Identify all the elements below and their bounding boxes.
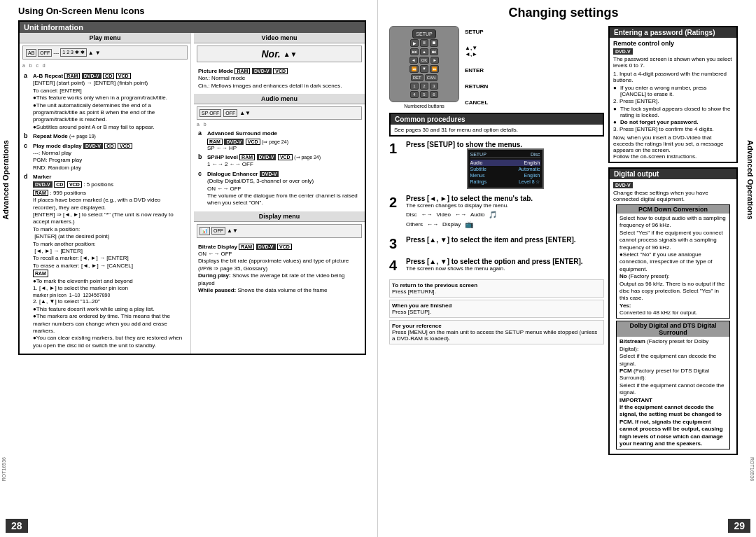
item-d: d Marker DVD-V CD VCD : 5 positions RAM …: [24, 173, 186, 349]
video-item-a-content: Picture Mode RAM DVD-V VCD Nor.: Normal …: [198, 67, 342, 90]
pw-bullet2-text: The lock symbol appears closed to show t…: [620, 106, 733, 118]
audio-a-label: a: [198, 130, 205, 152]
play-menu-content: a A-B Repeat RAM DVD-V CD VCD [ENTER] (s…: [20, 69, 190, 354]
pw-bullet1: ● If you enter a wrong number, press [CA…: [613, 85, 733, 97]
return-text: Press [RETURN].: [392, 288, 601, 295]
audio-icons-abc: a b: [194, 122, 365, 127]
item-c-text: ---: Normal playPGM: Program playRND: Ra…: [33, 150, 132, 172]
play-menu-icons: AB OFF --- 1 2 3 ✱ ✱ ▲ ▼: [22, 46, 188, 60]
audio-content: a Advanced Surround mode RAM DVD-V VCD (…: [194, 127, 365, 211]
step-2: 2 Press [◄, ►] to select the menu's tab.…: [389, 195, 604, 230]
item-a-content: A-B Repeat RAM DVD-V CD VCD [ENTER] (sta…: [33, 72, 186, 131]
item-b-title: Repeat Mode: [33, 133, 69, 139]
bitrate-title: Bitrate Display: [198, 244, 239, 250]
badge-vcd-a: VCD: [116, 73, 131, 79]
dialogue-title: Dialogue Enhancer: [207, 171, 260, 177]
play-btn: ▶: [410, 39, 419, 47]
audio-b-content: SP/HP level RAM DVD-V VCD (⇒ page 24) 1 …: [207, 153, 321, 169]
badge-vcd-sp: VCD: [278, 154, 293, 160]
rot-label-right: ROT16536: [750, 457, 755, 481]
play-menu-column: Play menu AB OFF --- 1 2 3 ✱ ✱ ▲ ▼ a b c…: [20, 33, 191, 354]
return-box: To return to the previous screen Press […: [389, 279, 604, 298]
pin-range: 1–10: [69, 292, 80, 298]
arrow2: ←→: [455, 211, 466, 218]
step-2-content: Press [◄, ►] to select the menu's tab. T…: [406, 195, 604, 230]
display-item-a: Bitrate Display RAM DVD-V VCD ON ←→ OFF …: [198, 243, 360, 295]
pw-note: Now, when you insert a DVD-Video that ex…: [613, 134, 733, 160]
while-paused-label: While paused:: [198, 287, 236, 293]
badge-ram-d: RAM: [33, 190, 48, 196]
unit-info-box: Unit information Play menu AB OFF --- 1 …: [18, 20, 366, 355]
sp-hp-text: 1 ←→ 2 ←→ OFF: [207, 161, 321, 168]
up-btn: ▲: [420, 48, 428, 55]
disc-label: Disc: [406, 211, 417, 218]
bullet-sym1: ●: [613, 85, 619, 97]
off-icon3: OFF: [211, 227, 225, 235]
ab-icon: AB: [26, 49, 36, 57]
rot-label-left: ROT16536: [1, 457, 6, 481]
numbered-buttons-label: Numbered buttons: [404, 104, 444, 109]
bitrate-text: ON ←→ OFF Displays the bit rate (approxi…: [198, 251, 360, 294]
bullet-sym3: ●: [613, 119, 619, 125]
finish-title: When you are finished: [392, 302, 601, 309]
arrow3: ←→: [427, 221, 438, 228]
screen-row-ratings: Ratings Level 8 ☆: [470, 179, 540, 186]
badge-vcd-c: VCD: [118, 143, 132, 149]
step-2-number: 2: [389, 195, 403, 230]
video-label: Video: [437, 211, 451, 218]
item-d-body: If places have been marked (e.g., with a…: [33, 197, 186, 349]
play-menu-title: Play menu: [20, 33, 190, 43]
return-label-text: RETURN: [465, 83, 488, 90]
screen-setup-label: SETUP: [470, 152, 486, 157]
pw-bullet3-text: Do not forget your password.: [620, 119, 699, 125]
left-page: Using On-Screen Menu Icons Unit informat…: [0, 0, 378, 537]
badge-ram-br: RAM: [239, 244, 254, 250]
unit-info-columns: Play menu AB OFF --- 1 2 3 ✱ ✱ ▲ ▼ a b c…: [20, 33, 365, 354]
during-play-label: During play:: [198, 272, 231, 279]
arrow-up-icon: ▲: [88, 50, 94, 56]
icons-abcde: a b c d: [20, 62, 190, 69]
pw-bullet3: ● Do not forget your password.: [613, 119, 733, 125]
adv-ops-label-right: Advanced Operations: [746, 140, 755, 220]
audio-val: English: [524, 160, 540, 165]
cancel-btn: CAN: [425, 74, 438, 81]
menus-val: English: [524, 173, 540, 178]
menus-label: Menus: [470, 173, 485, 178]
badge-cd-c: CD: [104, 143, 115, 149]
item-c-label: c: [24, 142, 31, 172]
disc-nav: Disc ←→ Video ←→ Audio 🎵: [406, 211, 604, 218]
pin-numbers: 1234567890: [83, 292, 110, 298]
password-box: Entering a password (Ratings) Remote con…: [608, 26, 738, 163]
badge-ram-sp: RAM: [239, 154, 255, 160]
step-3-number: 3: [389, 236, 403, 252]
step-4-number: 4: [389, 258, 403, 274]
common-title: Common procedures: [391, 114, 603, 125]
reference-box: For your reference Press [MENU] on the m…: [389, 320, 604, 344]
setup-screen: SETUP Disc Audio English Subtitle Automa…: [467, 148, 544, 189]
badge-dvdv-de: DVD-V: [260, 171, 279, 177]
badge-dvdv-br: DVD-V: [256, 244, 276, 250]
enter-btn: OK: [419, 57, 430, 64]
screen-disc-label: Disc: [531, 152, 540, 157]
step-4-note: The screen now shows the menu again.: [406, 265, 604, 272]
side-col: Entering a password (Ratings) Remote con…: [608, 26, 738, 530]
item-b-label: b: [24, 132, 31, 140]
audio-display: SP OFF OFF ▲▼: [197, 106, 362, 120]
item-d-label: d: [24, 173, 31, 349]
steps-section: 1 Press [SETUP] to show the menus. SETUP…: [389, 141, 604, 274]
pw-bullet1-text: If you enter a wrong number, press [CANC…: [620, 85, 733, 97]
item-c: c Play mode display DVD-V CD VCD ---: No…: [24, 142, 186, 172]
pw-step3: 3. Press [ENTER] to confirm the 4 digits…: [613, 126, 733, 132]
step-4-text: Press [▲, ▼] to select the option and pr…: [406, 258, 604, 265]
cancel-label-text: CANCEL: [465, 99, 488, 106]
cancel-bold: CANCEL: [465, 99, 488, 106]
video-menu-title: Video menu: [194, 33, 365, 43]
item-d-content: Marker DVD-V CD VCD : 5 positions RAM : …: [33, 173, 186, 349]
left-page-title: Using On-Screen Menu Icons: [18, 6, 366, 16]
display-icon1: 📊: [200, 227, 210, 235]
badge-ram-v: RAM: [234, 68, 250, 74]
remote-row-2: ⏮ ▲ ⏭: [410, 48, 438, 55]
off-icon: OFF: [38, 49, 52, 57]
off-icon2: OFF: [223, 109, 237, 117]
item-b-content: Repeat Mode (⇒ page 19): [33, 132, 96, 140]
